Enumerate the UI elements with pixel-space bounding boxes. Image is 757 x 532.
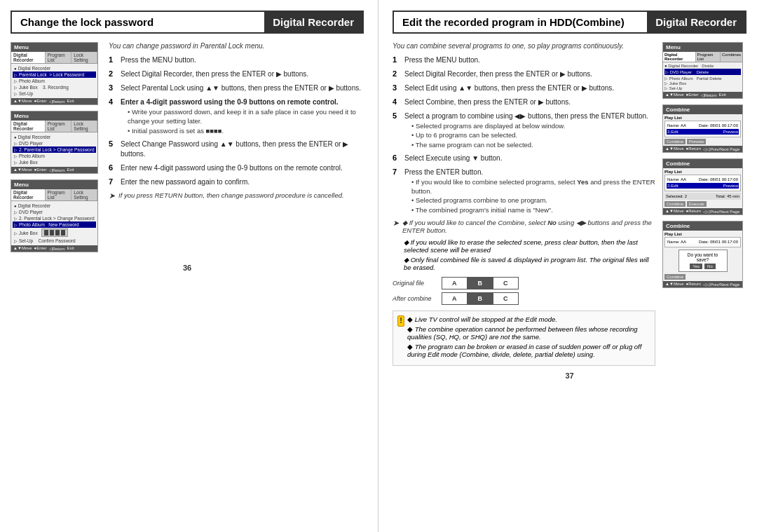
menu-item: ▷ DVD Player — [13, 209, 96, 215]
menu-item: ▷ Set-Up — [13, 90, 96, 97]
combine-block-b1: B — [468, 277, 493, 289]
warning-1: ! ◆ Live TV control will be stopped at t… — [397, 315, 650, 358]
menu-items-2: ● Digital Recorder ▷ DVD Player ▷ 2. Par… — [11, 132, 97, 167]
step-3: 3 Select Parental Lock using ▲▼ buttons,… — [109, 83, 364, 93]
r-step-3: 3 Select Edit using ▲▼ buttons, then pre… — [393, 83, 655, 93]
save-question: Do you want to save? — [681, 252, 725, 262]
menu-screenshot-3: Menu Digital Recorder Program List Lock … — [11, 179, 98, 252]
menu-item: ▷ Juke Box — [13, 228, 96, 238]
menu-item: ● Digital Recorder — [13, 65, 96, 71]
cs-list-2: Name: AADate: 08/01 00:17:00 2-EditPrevi… — [664, 175, 741, 191]
menu-screenshot-1: Menu Digital Recorder Program List Lock … — [11, 42, 98, 105]
cs-bottom-2: ▲▼Move●Return◁◁Prev/Next Page — [663, 146, 742, 152]
preview-btn[interactable]: Preview — [687, 139, 706, 144]
left-note: ➤ If you press RETURN button, then chang… — [109, 191, 364, 200]
menu-tab-ls3: Lock Setting — [71, 189, 97, 200]
cs-list-3: Name: AADate: 08/01 00:17:00 — [664, 237, 741, 247]
right-title: Edit the recorded program in HDD(Combine… — [394, 12, 647, 32]
cs-playlist-label-3: Play List — [664, 232, 741, 236]
menu-items-3: ● Digital Recorder ▷ DVD Player ▷ 2. Par… — [11, 201, 97, 245]
combine-original-row: Original file A B C — [393, 277, 655, 289]
cs-title-2: Combine — [663, 105, 742, 114]
cs-bottom-1: ▲▼Move●Enter◁ReturnExit — [663, 92, 742, 98]
menu-screenshot-2: Menu Digital Recorder Program List Lock … — [11, 111, 98, 174]
combine-block-a2: A — [442, 292, 468, 305]
r-step-7-bullet-3: The combined program's initial name is "… — [411, 205, 655, 214]
left-brand: Digital Recorder — [264, 12, 362, 32]
menu-item: ▷ Set-Up Confirm Password — [13, 238, 96, 244]
left-header: Change the lock password Digital Recorde… — [11, 11, 364, 34]
cs-body-2: Play List Name: AADate: 08/01 00:17:00 2… — [663, 114, 742, 146]
r-step-5-bullet-3: The same program can not be selected. — [411, 140, 648, 149]
right-page: Edit the recorded program in HDD(Combine… — [378, 0, 757, 532]
combine-original-label: Original file — [393, 280, 438, 287]
combine-btn-3[interactable]: Combine — [664, 274, 686, 280]
menu-bottom-1: ▲▼Move●Enter◁ReturnExit — [11, 98, 97, 104]
menu-title-3: Menu — [11, 180, 97, 189]
note-cancel-text: ◆ If you would like to cancel the Combin… — [402, 219, 655, 234]
note-text: If you press RETURN button, then change … — [118, 191, 344, 199]
menu-item: ● Digital Recorder — [13, 134, 96, 140]
left-page: Change the lock password Digital Recorde… — [0, 0, 378, 532]
step-5-text: Select Change Password using ▲▼ buttons,… — [121, 139, 364, 159]
menu-item: ▷ 2. Parental Lock > Change Password — [13, 215, 96, 221]
step-1-text: Press the MENU button. — [121, 55, 196, 65]
r-step-7-text: Press the ENTER button. — [404, 168, 483, 176]
left-intro: You can change password in Parental Lock… — [109, 42, 364, 50]
yes-button[interactable]: Yes — [690, 264, 702, 269]
right-brand: Digital Recorder — [647, 12, 745, 32]
menu-tab-ls: Lock Setting — [71, 52, 97, 63]
menu-tabs-2: Digital Recorder Program List Lock Setti… — [11, 121, 97, 132]
cs-label: ● Digital Recorder Divide — [664, 64, 741, 68]
cs-playlist-label: Play List — [664, 116, 741, 120]
menu-item: ▷ Photo Album — [13, 78, 96, 84]
menu-tab-ls2: Lock Setting — [71, 121, 97, 132]
step-4-bullet-2: Initial password is set as ■■■■. — [128, 126, 364, 135]
combine-block-c1: C — [493, 277, 519, 289]
menu-title-2: Menu — [11, 111, 97, 121]
note-arrow-icon: ➤ — [109, 191, 115, 200]
cs-row: Name: AADate: 08/01 00:17:00 — [667, 239, 739, 245]
cs-list-1: Name: AADate: 08/01 00:17:00 2-EditPrevi… — [664, 121, 741, 137]
menu-item-highlighted3: ▷ Photo Album New Password — [13, 221, 96, 228]
step-2-text: Select Digital Recorder, then press the … — [121, 69, 308, 79]
note-arrow-icon-2: ➤ — [393, 219, 399, 228]
cs-buttons-3: Combine — [664, 274, 741, 280]
combine-screenshot-1: Menu Digital Recorder Program List Combi… — [662, 42, 743, 99]
combine-after-label: After combine — [393, 295, 438, 302]
combine-block-a1: A — [442, 277, 468, 289]
combine-diagram: Original file A B C After combine A B C — [393, 277, 655, 305]
step-1: 1 Press the MENU button. — [109, 55, 364, 65]
step-4-bullet-1: Write your password down, and keep it in… — [128, 107, 364, 126]
step-6-text: Enter new 4-digit password using the 0-9… — [121, 163, 343, 173]
r-step-5-bullet-1: Selected programs are displayed at below… — [411, 121, 648, 130]
cs-buttons: Combine Preview — [664, 139, 741, 144]
menu-tab-pl3: Program List — [46, 189, 72, 200]
combine-btn-2[interactable]: Combine — [664, 201, 686, 207]
r-step-5-bullet-2: Up to 6 programs can be selected. — [411, 130, 648, 139]
page-container: Change the lock password Digital Recorde… — [0, 0, 757, 532]
cs-item: ▷ Set-Up — [664, 86, 741, 90]
left-content: Menu Digital Recorder Program List Lock … — [11, 42, 364, 258]
step-4-text: Enter a 4-digit password using the 0-9 b… — [121, 98, 339, 106]
left-steps: 1 Press the MENU button. 2 Select Digita… — [109, 55, 364, 187]
combine-btn[interactable]: Combine — [664, 139, 686, 144]
r-step-6-text: Select Execute using ▼ button. — [404, 154, 502, 163]
no-button[interactable]: No — [704, 264, 716, 269]
execute-btn[interactable]: Execute — [687, 201, 707, 207]
cs-info: Selected: 2Total: 45 min — [664, 193, 741, 200]
menu-item: ▷ Photo Album — [13, 153, 96, 159]
step-5: 5 Select Change Password using ▲▼ button… — [109, 139, 364, 159]
menu-tab-pl2: Program List — [46, 121, 72, 132]
cs-body-1: ● Digital Recorder Divide ▷ DVD Player D… — [663, 62, 742, 92]
r-step-6: 6 Select Execute using ▼ button. — [393, 154, 655, 163]
r-step-2: 2 Select Digital Recorder, then press th… — [393, 69, 655, 79]
cs-tab-3: Combines — [721, 52, 742, 62]
combine-block-b2: B — [468, 292, 493, 305]
right-page-number: 37 — [393, 371, 746, 380]
step-3-text: Select Parental Lock using ▲▼ buttons, t… — [121, 83, 361, 93]
cs-bottom-4: ▲▼Move●Return◁◁Prev/Next Page — [663, 281, 742, 287]
cs-bottom-3: ▲▼Move●Return◁◁Prev/Next Page — [663, 208, 742, 214]
menu-bottom-2: ▲▼Move●Enter◁ReturnExit — [11, 167, 97, 173]
menu-tabs-3: Digital Recorder Program List Lock Setti… — [11, 189, 97, 201]
